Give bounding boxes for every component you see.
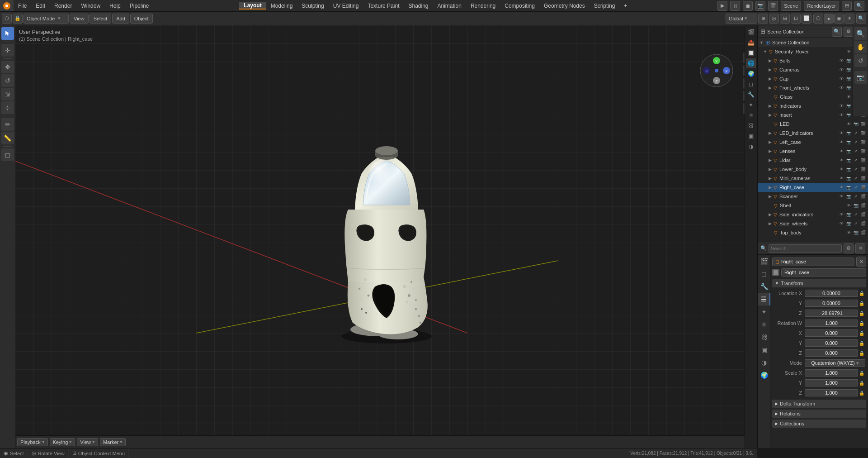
render-play-btn[interactable]: ▶ [717,1,727,11]
location-y-value[interactable]: 0.00000 [805,300,858,307]
outliner-item-led[interactable]: ▽ LED 👁 📷 🎬 [758,119,868,129]
scale-x-lock[interactable]: 🔒 [858,369,865,377]
scale-y-lock[interactable]: 🔒 [858,379,865,386]
outliner-item-side-indicators[interactable]: ▶ ▽ Side_indicators 👁 📷 ↗ 🎬 [758,210,868,219]
shell-vis-cam[interactable]: 📷 [853,202,859,209]
scan-vis-cam[interactable]: 📷 [845,193,852,200]
3d-viewport[interactable]: User Perspective (1) Scene Collection | … [15,25,757,448]
material-shading[interactable]: ◉ [834,14,844,24]
transform-tool[interactable]: ⊹ [1,101,14,114]
sw-vis-render[interactable]: 🎬 [860,220,866,227]
lb-vis-eye[interactable]: 👁 [838,166,844,172]
props-tab-scene[interactable]: 🎬 [758,255,770,267]
si-vis-render[interactable]: 🎬 [860,211,866,218]
menu-edit[interactable]: Edit [31,0,50,11]
props-tab-data[interactable]: ▣ [758,344,770,356]
shell-vis-render[interactable]: 🎬 [860,202,866,209]
scan-vis-render[interactable]: 🎬 [860,193,866,200]
props-object-icon[interactable]: ◻ [746,79,756,89]
cameras-vis-eye[interactable]: 👁 [838,67,844,73]
xray-toggle[interactable]: ⬜ [802,14,811,24]
viewport-display-btn[interactable]: ⊞ [842,1,852,11]
rotation-w-value[interactable]: 1.000 [805,320,858,327]
outliner-item-security-rover[interactable]: ▼ ▽ Security_Rover 👁 📷 🎬 [758,47,868,56]
props-modifier-icon[interactable]: 🔧 [746,90,756,100]
glass-vis-eye[interactable]: 👁 [845,94,852,100]
tb-vis-eye[interactable]: 👁 [845,229,852,236]
scene-selector[interactable]: Scene [781,1,801,11]
outliner-item-cap[interactable]: ▶ ▽ Cap 👁 📷 ↗ 🎬 [758,74,868,83]
fw-vis-cam[interactable]: 📷 [845,85,852,91]
bolts-vis-eye[interactable]: 👁 [838,57,844,64]
camera-view-btn[interactable]: 📷 [854,71,867,84]
outliner-search-btn[interactable]: 🔍 [832,27,842,37]
outliner-item-led-indicators[interactable]: ▶ ▽ LED_indicators 👁 📷 ↗ 🎬 [758,129,868,138]
props-material-icon[interactable]: ◑ [746,142,756,152]
outliner-item-scanner[interactable]: ▶ ▽ Scanner 👁 📷 ↗ 🎬 [758,192,868,201]
ledi-vis-render[interactable]: 🎬 [860,130,866,136]
outliner-item-shell[interactable]: ▽ Shell 👁 📷 🎬 [758,201,868,210]
lens-vis-eye[interactable]: 👁 [838,148,844,154]
mode-dropdown[interactable]: Object Mode ▾ [24,14,69,24]
outliner-item-lenses[interactable]: ▶ ▽ Lenses 👁 📷 ↗ 🎬 [758,147,868,156]
rendered-shading[interactable]: ☀ [844,14,854,24]
props-tab-transform[interactable]: ☰ [758,293,770,305]
proportional-edit[interactable]: ◎ [769,14,779,24]
solid-shading[interactable]: ● [824,14,834,24]
lb-vis-link[interactable]: ↗ [853,166,859,172]
outliner-filter-btn[interactable]: ⚙ [844,27,854,37]
lb-vis-cam[interactable]: 📷 [845,166,852,172]
outliner-item-top-body[interactable]: ▽ Top_body 👁 📷 🎬 [758,228,868,237]
mc-vis-cam[interactable]: 📷 [845,175,852,181]
props-physics-icon[interactable]: ⚛ [746,110,756,120]
cameras-vis-cam[interactable]: 📷 [845,67,852,73]
lens-vis-link[interactable]: ↗ [853,148,859,154]
scale-x-value[interactable]: 1.000 [805,369,858,377]
location-x-lock[interactable]: 🔒 [858,290,865,297]
tb-vis-cam[interactable]: 📷 [853,229,859,236]
outliner-item-glass[interactable]: ▽ Glass 👁 📷 🎬 [758,92,868,101]
lock-camera-btn[interactable]: 🔒 [13,14,23,24]
workspace-compositing[interactable]: Compositing [500,3,539,9]
lens-vis-render[interactable]: 🎬 [860,148,866,154]
outliner-item-indicators[interactable]: ▶ ▽ Indicators 👁 📷 ↗ 🎬 [758,101,868,110]
insert-vis-cam[interactable]: 📷 [845,112,852,118]
workspace-geonodes[interactable]: Geometry Nodes [539,3,590,9]
move-tool[interactable]: ✥ [1,61,14,73]
props-tab-particles[interactable]: ✦ [758,305,770,318]
add-menu-btn[interactable]: Add [112,14,129,24]
si-vis-eye[interactable]: 👁 [838,211,844,218]
props-tab-physics[interactable]: ⚛ [758,318,770,331]
render-cam-btn[interactable]: 📷 [755,1,765,11]
props-view-layer-icon[interactable]: 🔲 [746,48,756,58]
props-world-icon[interactable]: 🌍 [746,69,756,79]
props-particle-icon[interactable]: ✦ [746,100,756,110]
rc-vis-eye[interactable]: 👁 [838,184,844,191]
props-object-name-field[interactable]: ◻ Right_case [772,258,854,266]
workspace-animation[interactable]: Animation [433,3,466,9]
outliner-item-lidar[interactable]: ▶ ▽ Lidar 👁 📷 ↗ 🎬 [758,156,868,165]
workspace-add[interactable]: + [619,3,632,9]
rotation-z-value[interactable]: 0.000 [805,349,858,357]
rotation-y-lock[interactable]: 🔒 [858,339,865,347]
cursor-tool[interactable]: ✛ [1,44,14,57]
si-vis-cam[interactable]: 📷 [845,211,852,218]
view-rotate-btn[interactable]: ↺ [854,54,867,67]
si-vis-link[interactable]: ↗ [853,211,859,218]
measure-tool[interactable]: 📏 [1,132,14,144]
outliner-item-cameras[interactable]: ▶ ▽ Cameras 👁 📷 ↗ 🎬 [758,65,868,74]
props-collections-header[interactable]: ▶ Collections [772,420,866,428]
rotation-x-value[interactable]: 0.000 [805,329,858,337]
outliner-item-front-wheels[interactable]: ▶ ▽ Front_wheels 👁 📷 ↗ 🎬 [758,83,868,92]
props-tab-object[interactable]: ◻ [758,267,770,280]
view-dropdown[interactable]: View ▾ [77,438,98,446]
tb-vis-render[interactable]: 🎬 [860,229,866,236]
add-primitive-tool[interactable]: ◻ [1,148,14,161]
cap-vis-cam[interactable]: 📷 [845,76,852,82]
props-data-icon[interactable]: ▣ [746,131,756,141]
sw-vis-link[interactable]: ↗ [853,220,859,227]
props-search-input[interactable] [769,244,842,253]
view-zoom-btn[interactable]: 🔍 [854,27,867,40]
outliner-item-mini-cameras[interactable]: ▶ ▽ Mini_cameras 👁 📷 ↗ 🎬 [758,174,868,183]
led-vis-render[interactable]: 🎬 [860,121,866,127]
